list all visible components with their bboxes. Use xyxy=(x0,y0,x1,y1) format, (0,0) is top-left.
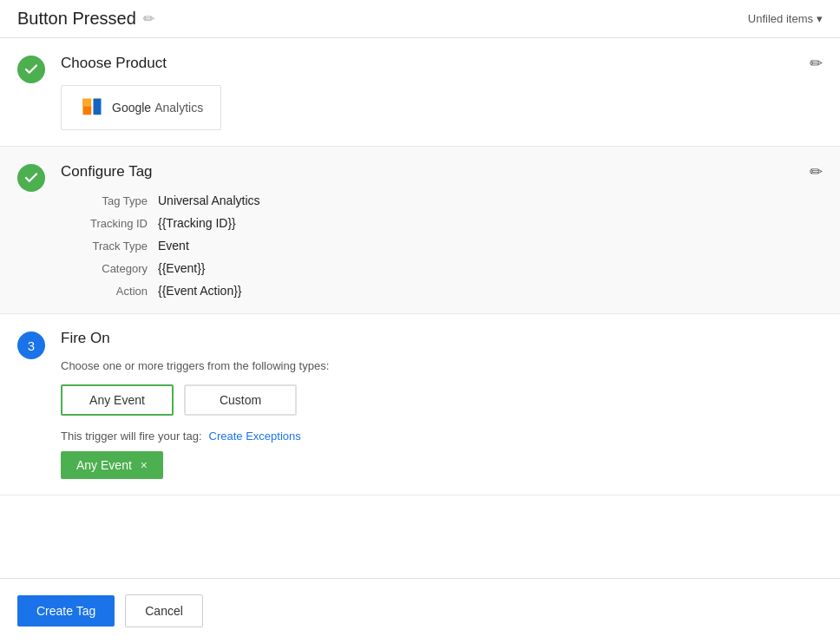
configure-tag-edit-icon[interactable]: ✏ xyxy=(810,162,823,181)
field-row-category: Category {{Event}} xyxy=(61,261,823,275)
choose-product-body: Choose Product ✏ xyxy=(61,54,823,130)
label-track-type: Track Type xyxy=(61,239,148,253)
value-category: {{Event}} xyxy=(158,261,206,275)
fire-on-icon: 3 xyxy=(17,331,45,359)
fire-on-body: Fire On Choose one or more triggers from… xyxy=(61,330,823,479)
unfiled-chevron-icon: ▾ xyxy=(817,12,823,25)
check-circle-1 xyxy=(17,56,45,83)
configure-tag-icon xyxy=(17,164,45,192)
unfiled-items-button[interactable]: Unfiled items ▾ xyxy=(748,12,823,25)
number-circle-3: 3 xyxy=(17,331,45,359)
fire-on-title: Fire On xyxy=(61,330,110,347)
chip-label: Any Event xyxy=(76,458,132,472)
page-title-text: Button Pressed xyxy=(17,9,136,29)
svg-rect-4 xyxy=(94,99,102,115)
footer: Create Tag Cancel xyxy=(0,578,840,643)
configure-tag-body: Configure Tag ✏ Tag Type Universal Analy… xyxy=(61,162,823,298)
unfiled-label: Unfiled items xyxy=(748,12,813,25)
trigger-buttons: Any Event Custom xyxy=(61,384,823,416)
fire-on-description: Choose one or more triggers from the fol… xyxy=(61,359,823,372)
any-event-chip[interactable]: Any Event × xyxy=(61,451,163,479)
value-tracking-id: {{Tracking ID}} xyxy=(158,216,236,230)
svg-rect-1 xyxy=(83,107,92,115)
choose-product-edit-icon[interactable]: ✏ xyxy=(810,54,823,73)
analytics-text: Analytics xyxy=(154,101,203,115)
main-content: Choose Product ✏ xyxy=(0,38,840,578)
tag-fields: Tag Type Universal Analytics Tracking ID… xyxy=(61,194,823,298)
custom-trigger-button[interactable]: Custom xyxy=(184,384,297,416)
choose-product-title: Choose Product xyxy=(61,55,167,72)
label-category: Category xyxy=(61,261,148,275)
trigger-fire-label: This trigger will fire your tag: xyxy=(61,430,202,443)
configure-tag-section: Configure Tag ✏ Tag Type Universal Analy… xyxy=(0,147,840,314)
configure-tag-header: Configure Tag ✏ xyxy=(61,162,823,181)
create-exceptions-link[interactable]: Create Exceptions xyxy=(209,430,301,443)
choose-product-header: Choose Product ✏ xyxy=(61,54,823,73)
field-row-action: Action {{Event Action}} xyxy=(61,284,823,298)
title-edit-icon[interactable]: ✏ xyxy=(143,10,154,27)
product-card: Google Analytics xyxy=(61,85,221,130)
fire-on-section: 3 Fire On Choose one or more triggers fr… xyxy=(0,314,840,495)
value-action: {{Event Action}} xyxy=(158,284,242,298)
value-track-type: Event xyxy=(158,239,189,253)
label-tracking-id: Tracking ID xyxy=(61,216,148,230)
field-row-tracking-id: Tracking ID {{Tracking ID}} xyxy=(61,216,823,230)
value-tag-type: Universal Analytics xyxy=(158,194,260,207)
trigger-label-row: This trigger will fire your tag: Create … xyxy=(61,430,823,443)
page-title: Button Pressed ✏ xyxy=(17,9,154,29)
choose-product-icon xyxy=(17,56,45,83)
ga-logo-icon xyxy=(79,95,105,121)
product-name-wrap: Google Analytics xyxy=(112,101,203,115)
label-tag-type: Tag Type xyxy=(61,194,148,207)
choose-product-section: Choose Product ✏ xyxy=(0,38,840,147)
chip-close-icon[interactable]: × xyxy=(141,458,148,472)
create-tag-button[interactable]: Create Tag xyxy=(17,595,115,627)
svg-rect-3 xyxy=(83,99,92,107)
page-wrapper: Button Pressed ✏ Unfiled items ▾ Choose … xyxy=(0,0,840,643)
fire-on-header: Fire On xyxy=(61,330,823,347)
check-circle-2 xyxy=(17,164,45,192)
field-row-track-type: Track Type Event xyxy=(61,239,823,253)
any-event-trigger-button[interactable]: Any Event xyxy=(61,384,174,416)
top-bar: Button Pressed ✏ Unfiled items ▾ xyxy=(0,0,840,38)
configure-tag-title: Configure Tag xyxy=(61,163,153,180)
label-action: Action xyxy=(61,284,148,298)
cancel-button[interactable]: Cancel xyxy=(125,594,203,627)
step-number: 3 xyxy=(28,338,35,353)
google-text: Google xyxy=(112,101,151,115)
field-row-tag-type: Tag Type Universal Analytics xyxy=(61,194,823,207)
